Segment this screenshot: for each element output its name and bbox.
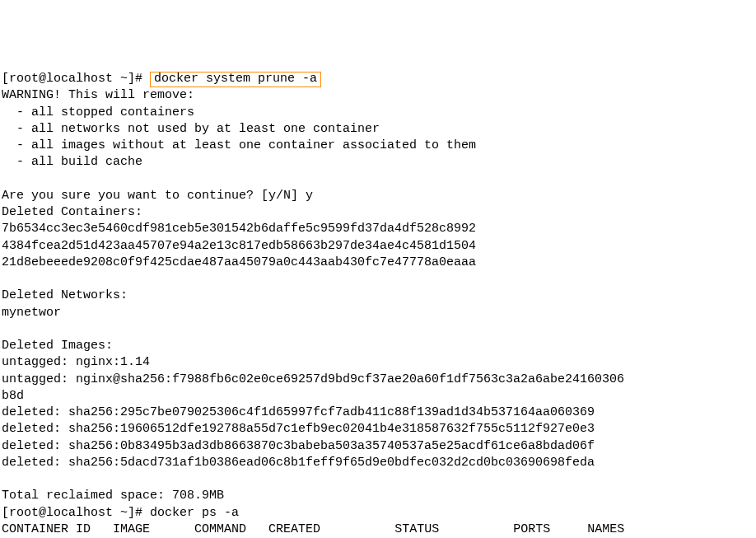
deleted-containers-header: Deleted Containers: — [2, 205, 142, 219]
image-line: untagged: nginx@sha256:f7988fb6c02e0ce69… — [2, 372, 624, 386]
warning-item: - all images without at least one contai… — [2, 138, 476, 152]
deleted-networks-header: Deleted Networks: — [2, 288, 128, 302]
warning-item: - all networks not used by at least one … — [2, 122, 380, 136]
col-ports: PORTS — [513, 522, 550, 536]
shell-prompt-line: [root@localhost ~]# docker ps -a — [2, 506, 239, 520]
highlighted-command: docker system prune -a — [150, 72, 321, 87]
image-line: deleted: sha256:19606512dfe192788a55d7c1… — [2, 422, 595, 436]
shell-prompt: [root@localhost ~]# — [2, 72, 150, 86]
col-id: CONTAINER ID — [2, 522, 91, 536]
confirm-prompt: Are you sure you want to continue? [y/N]… — [2, 189, 313, 203]
terminal-output: [root@localhost ~]# docker system prune … — [2, 71, 754, 538]
reclaimed-space: Total reclaimed space: 708.9MB — [2, 489, 224, 503]
network-name: mynetwor — [2, 306, 61, 320]
col-command: COMMAND — [194, 522, 246, 536]
warning-item: - all stopped containers — [2, 105, 194, 119]
col-names: NAMES — [587, 522, 624, 536]
image-line: untagged: nginx:1.14 — [2, 355, 150, 369]
container-hash: 21d8ebeeede9208c0f9f425cdae487aa45079a0c… — [2, 255, 476, 269]
ps-header: CONTAINER ID IMAGE COMMAND CREATED STATU… — [2, 522, 624, 536]
image-line: deleted: sha256:0b83495b3ad3db8663870c3b… — [2, 439, 595, 453]
image-line: deleted: sha256:5dacd731af1b0386ead06c8b… — [2, 456, 595, 470]
image-line: deleted: sha256:295c7be079025306c4f1d659… — [2, 405, 595, 419]
col-image: IMAGE — [113, 522, 150, 536]
col-created: CREATED — [268, 522, 320, 536]
container-hash: 4384fcea2d51d423aa45707e94a2e13c817edb58… — [2, 239, 476, 253]
container-hash: 7b6534cc3ec3e5460cdf981ceb5e301542b6daff… — [2, 222, 476, 236]
warning-item: - all build cache — [2, 155, 142, 169]
image-line: b8d — [2, 389, 24, 403]
warning-header: WARNING! This will remove: — [2, 88, 194, 102]
col-status: STATUS — [394, 522, 439, 536]
deleted-images-header: Deleted Images: — [2, 339, 113, 353]
